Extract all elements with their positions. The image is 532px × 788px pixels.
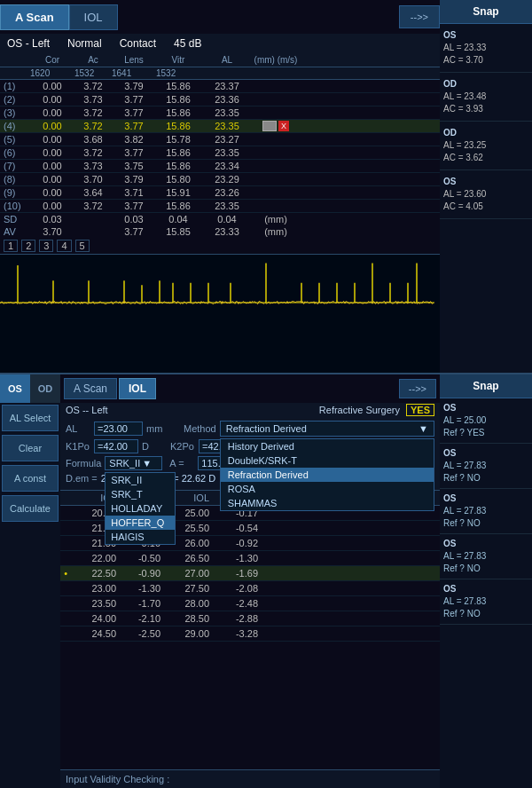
tab-ascan-top[interactable]: A Scan: [0, 4, 69, 30]
tab-iol-bottom[interactable]: IOL: [119, 378, 156, 399]
col-vitr: Vitr: [156, 55, 200, 65]
clear-button[interactable]: Clear: [2, 435, 59, 461]
waveform-label-2: 2: [21, 240, 35, 252]
mode-label: Normal: [67, 37, 102, 50]
table-row[interactable]: (9) 0.00 3.64 3.71 15.91 23.26: [0, 186, 440, 200]
col-ac: Ac: [74, 55, 112, 65]
calculate-button[interactable]: Calculate: [2, 495, 59, 522]
iol-row[interactable]: 22.00 -0.50 26.50 -1.30: [60, 551, 440, 566]
rsb-item-4[interactable]: OS AL = 27.83 Ref ? NO: [440, 579, 532, 625]
stat-row-av: AV 3.70 3.77 15.85 23.33 (mm): [0, 225, 440, 238]
method-option-rosa[interactable]: ROSA: [221, 482, 434, 496]
right-sidebar-top: Snap OS AL = 23.33 AC = 3.70 OD AL = 23.…: [440, 0, 532, 373]
method-select[interactable]: Refraction Derived ▼: [220, 421, 434, 437]
waveform-labels: 1 2 3 4 5: [0, 238, 440, 254]
al-input[interactable]: [94, 422, 143, 436]
tab-os[interactable]: OS: [0, 374, 30, 403]
delete-row-button[interactable]: X: [278, 121, 289, 131]
rsb-item-3[interactable]: OS AL = 27.83 Ref ? NO: [440, 534, 532, 579]
formula-option-srkii[interactable]: SRK_II: [106, 473, 175, 487]
formula-option-holladay[interactable]: HOLLADAY: [106, 501, 175, 516]
al-select-button[interactable]: AL Select: [2, 405, 59, 431]
iol-row[interactable]: 24.00 -2.10 28.50 -2.88: [60, 611, 440, 626]
validity-bar: Input Validity Checking :: [60, 769, 440, 788]
refsurg-row: OS -- Left Refractive Surgery YES: [60, 403, 440, 417]
table-row[interactable]: (3) 0.00 3.72 3.77 15.86 23.35: [0, 106, 440, 120]
k1-input[interactable]: [94, 439, 138, 453]
table-subheader: 1620 1532 1641 1532: [0, 67, 440, 80]
waveform-area: [0, 254, 440, 373]
waveform-label-1: 1: [4, 240, 18, 252]
tab-od[interactable]: OD: [30, 374, 60, 403]
data-table: (1) 0.00 3.72 3.79 15.86 23.37 (2) 0.00 …: [0, 80, 440, 238]
formula-dropdown-container: SRK_II▼ SRK_II SRK_T HOLLADAY HOFFER_Q H…: [105, 456, 162, 470]
method-option-doublek[interactable]: DoubleK/SRK-T: [221, 453, 434, 468]
formula-option-haigis[interactable]: HAIGIS: [106, 530, 175, 544]
method-option-history[interactable]: History Derived: [221, 439, 434, 453]
waveform-label-3: 3: [39, 240, 53, 252]
form-row-al: AL mm Method Refraction Derived ▼ Histor…: [66, 421, 434, 437]
iol-row[interactable]: 23.00 -1.30 27.50 -2.08: [60, 581, 440, 596]
sidebar-item-1[interactable]: OD AL = 23.48 AC = 3.93: [440, 73, 532, 122]
tab-iol-top[interactable]: IOL: [69, 4, 118, 30]
bottom-nav-bar: A Scan IOL -->>: [60, 374, 440, 403]
method-dropdown-list: History Derived DoubleK/SRK-T Refraction…: [220, 438, 434, 511]
table-row[interactable]: (6) 0.00 3.72 3.77 15.86 23.35: [0, 146, 440, 160]
validity-label: Input Validity Checking :: [66, 774, 169, 784]
table-row[interactable]: (1) 0.00 3.72 3.79 15.86 23.37: [0, 80, 440, 93]
form-area: AL mm Method Refraction Derived ▼ Histor…: [60, 417, 440, 490]
table-row[interactable]: (8) 0.00 3.70 3.79 15.80 23.29: [0, 173, 440, 186]
subcol-ac: 1532: [74, 68, 112, 78]
method-option-refraction[interactable]: Refraction Derived: [221, 468, 434, 482]
db-label: 45 dB: [174, 37, 201, 50]
iol-row[interactable]: 24.50 -2.50 29.00 -3.28: [60, 626, 440, 642]
snap-label-top: Snap: [440, 0, 532, 24]
formula-option-hofferq[interactable]: HOFFER_Q: [106, 516, 175, 530]
tab-ascan-bottom[interactable]: A Scan: [64, 378, 117, 399]
refsurg-value: YES: [406, 404, 434, 416]
eye-tab-row: OS OD: [0, 374, 60, 403]
sidebar-item-2[interactable]: OD AL = 23.25 AC = 3.62: [440, 122, 532, 170]
snap-label-bottom: Snap: [440, 374, 532, 398]
table-row[interactable]: (2) 0.00 3.73 3.77 15.86 23.36: [0, 93, 440, 106]
sidebar-item-3[interactable]: OS AL = 23.60 AC = 4.05: [440, 170, 532, 219]
rsb-item-0[interactable]: OS AL = 25.00 Ref ? YES: [440, 398, 532, 444]
scan-info-bar: OS - Left Normal Contact 45 dB: [0, 34, 440, 53]
sidebar-item-0[interactable]: OS AL = 23.33 AC = 3.70: [440, 24, 532, 73]
formula-option-srkt[interactable]: SRK_T: [106, 487, 175, 501]
formula-select[interactable]: SRK_II▼: [105, 456, 162, 470]
contact-label: Contact: [120, 37, 156, 50]
table-row-highlighted[interactable]: (4) 0.00 3.72 3.77 15.86 23.35 X: [0, 120, 440, 133]
table-row[interactable]: (7) 0.00 3.73 3.75 15.86 23.34: [0, 160, 440, 173]
slider-handle[interactable]: [262, 121, 277, 131]
subcol-vitr: 1532: [156, 68, 200, 78]
iol-row-selected[interactable]: • 22.50 -0.90 27.00 -1.69: [60, 566, 440, 581]
col-row: [4, 55, 30, 65]
rsb-item-1[interactable]: OS AL = 27.83 Ref ? NO: [440, 444, 532, 489]
nav-arrow-top[interactable]: -->>: [399, 5, 440, 28]
left-sidebar: OS OD AL Select Clear A const Calculate: [0, 374, 60, 788]
waveform-label-4: 4: [57, 240, 71, 252]
table-header: Cor Ac Lens Vitr AL (mm) (m/s): [0, 53, 440, 67]
rsb-item-2[interactable]: OS AL = 27.83 Ref ? NO: [440, 489, 532, 534]
col-al: AL: [200, 55, 254, 65]
a-const-button[interactable]: A const: [2, 465, 59, 492]
subcol-lens: 1641: [112, 68, 156, 78]
method-option-shammas[interactable]: SHAMMAS: [221, 496, 434, 510]
formula-dropdown-list: SRK_II SRK_T HOLLADAY HOFFER_Q HAIGIS: [105, 472, 176, 545]
iol-row[interactable]: 23.50 -1.70 28.00 -2.48: [60, 596, 440, 611]
right-sidebar-bottom: Snap OS AL = 25.00 Ref ? YES OS AL = 27.…: [440, 374, 532, 788]
main-content-bottom: A Scan IOL -->> OS -- Left Refractive Su…: [60, 374, 440, 788]
stat-row-sd: SD 0.03 0.03 0.04 0.04 (mm): [0, 213, 440, 225]
col-lens: Lens: [112, 55, 156, 65]
table-row[interactable]: (5) 0.00 3.68 3.82 15.78 23.27: [0, 133, 440, 146]
nav-arrow-bottom[interactable]: -->>: [399, 379, 436, 398]
refsurg-label: Refractive Surgery YES: [319, 405, 434, 415]
eye-info-label: OS -- Left: [66, 405, 108, 415]
col-mm-ms: (mm) (m/s): [254, 55, 298, 65]
table-row[interactable]: (10) 0.00 3.72 3.77 15.86 23.35: [0, 200, 440, 213]
top-nav-bar: A Scan IOL -->>: [0, 0, 440, 34]
col-cor: Cor: [30, 55, 74, 65]
subcol-cor: 1620: [30, 68, 74, 78]
eye-label: OS - Left: [7, 37, 50, 50]
